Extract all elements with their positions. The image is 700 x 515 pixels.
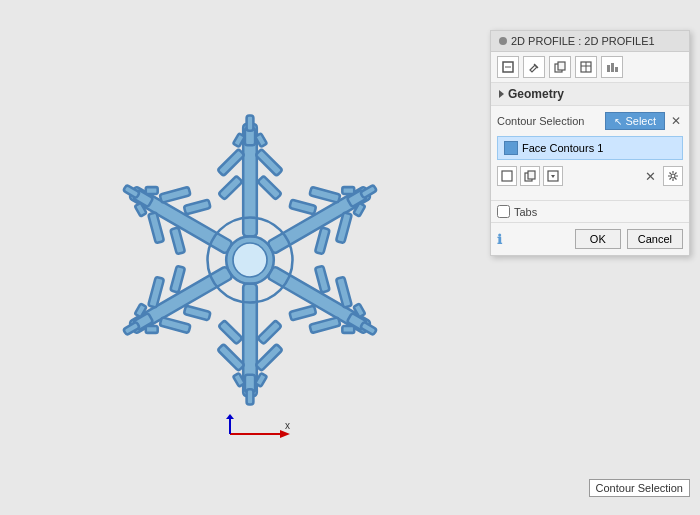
geometry-label: Geometry bbox=[508, 87, 564, 101]
svg-rect-7 bbox=[218, 176, 242, 200]
select-button-label: Select bbox=[625, 115, 656, 127]
status-dot bbox=[499, 37, 507, 45]
panel-header: 2D PROFILE : 2D PROFILE1 bbox=[491, 31, 689, 52]
panel-title: 2D PROFILE : 2D PROFILE1 bbox=[511, 35, 655, 47]
add-item-btn[interactable] bbox=[497, 166, 517, 186]
svg-rect-55 bbox=[146, 187, 158, 194]
toolbar-row bbox=[491, 52, 689, 83]
tooltip-text: Contour Selection bbox=[596, 482, 683, 494]
svg-rect-4 bbox=[247, 116, 254, 131]
svg-rect-34 bbox=[258, 320, 282, 344]
svg-marker-77 bbox=[551, 175, 555, 178]
svg-rect-73 bbox=[502, 171, 512, 181]
contour-selection-tooltip: Contour Selection bbox=[589, 479, 690, 497]
svg-rect-5 bbox=[217, 149, 244, 176]
face-contours-item[interactable]: Face Contours 1 bbox=[497, 136, 683, 160]
svg-rect-45 bbox=[146, 326, 158, 333]
copy-toolbar-btn[interactable] bbox=[549, 56, 571, 78]
svg-rect-35 bbox=[218, 320, 242, 344]
svg-rect-26 bbox=[289, 306, 316, 321]
table-toolbar-btn[interactable] bbox=[575, 56, 597, 78]
coordinate-arrows: x bbox=[220, 414, 290, 457]
svg-rect-52 bbox=[170, 227, 185, 254]
svg-rect-44 bbox=[170, 266, 185, 293]
contour-selection-label: Contour Selection bbox=[497, 115, 601, 127]
svg-marker-58 bbox=[280, 430, 290, 438]
info-icon: ℹ bbox=[497, 232, 569, 247]
svg-rect-14 bbox=[309, 187, 340, 203]
svg-rect-16 bbox=[289, 200, 316, 215]
face-contours-label: Face Contours 1 bbox=[522, 142, 603, 154]
tabs-checkbox-label[interactable]: Tabs bbox=[497, 205, 537, 218]
svg-rect-53 bbox=[184, 200, 211, 215]
svg-marker-61 bbox=[226, 414, 234, 419]
edit-toolbar-btn[interactable] bbox=[523, 56, 545, 78]
snowflake-viewport: .sf-outer { fill: #7bafd4; stroke: #4a80… bbox=[60, 50, 440, 470]
svg-rect-18 bbox=[342, 187, 354, 194]
svg-rect-31 bbox=[247, 389, 254, 404]
item-actions-row: ✕ bbox=[497, 166, 683, 186]
svg-rect-6 bbox=[255, 149, 282, 176]
svg-rect-25 bbox=[315, 266, 330, 293]
delete-item-btn[interactable]: ✕ bbox=[640, 166, 660, 186]
contour-selection-row: Contour Selection ↖ Select ✕ bbox=[497, 112, 683, 130]
geometry-section-header[interactable]: Geometry bbox=[491, 83, 689, 106]
copy-item-btn[interactable] bbox=[520, 166, 540, 186]
svg-text:x: x bbox=[285, 420, 290, 431]
svg-rect-70 bbox=[607, 65, 610, 72]
panel: 2D PROFILE : 2D PROFILE1 Geometry bbox=[490, 30, 690, 256]
face-contours-icon bbox=[504, 141, 518, 155]
svg-rect-43 bbox=[184, 306, 211, 321]
geometry-section-content: Contour Selection ↖ Select ✕ Face Contou… bbox=[491, 106, 689, 200]
svg-rect-24 bbox=[309, 317, 340, 333]
tabs-checkbox[interactable] bbox=[497, 205, 510, 218]
svg-rect-41 bbox=[160, 317, 191, 333]
svg-rect-66 bbox=[558, 62, 565, 70]
sketch-toolbar-btn[interactable] bbox=[497, 56, 519, 78]
ok-button[interactable]: OK bbox=[575, 229, 621, 249]
tabs-row: Tabs bbox=[491, 200, 689, 222]
svg-rect-71 bbox=[611, 63, 614, 72]
snowflake-graphic: .sf-outer { fill: #7bafd4; stroke: #4a80… bbox=[80, 90, 420, 430]
svg-rect-28 bbox=[342, 326, 354, 333]
tabs-label: Tabs bbox=[514, 206, 537, 218]
svg-rect-72 bbox=[615, 67, 618, 72]
svg-rect-75 bbox=[528, 171, 535, 179]
svg-rect-32 bbox=[255, 344, 282, 371]
cancel-button[interactable]: Cancel bbox=[627, 229, 683, 249]
clear-selection-button[interactable]: ✕ bbox=[669, 114, 683, 128]
svg-rect-51 bbox=[160, 187, 191, 203]
svg-rect-8 bbox=[258, 176, 282, 200]
svg-point-78 bbox=[671, 174, 675, 178]
panel-footer: ℹ OK Cancel bbox=[491, 222, 689, 255]
svg-rect-33 bbox=[217, 344, 244, 371]
svg-rect-17 bbox=[315, 227, 330, 254]
expand-icon bbox=[499, 90, 504, 98]
cursor-icon: ↖ bbox=[614, 116, 622, 127]
svg-point-1 bbox=[233, 243, 267, 277]
select-button[interactable]: ↖ Select bbox=[605, 112, 665, 130]
canvas-area: .sf-outer { fill: #7bafd4; stroke: #4a80… bbox=[0, 0, 700, 515]
dropdown-item-btn[interactable] bbox=[543, 166, 563, 186]
chart-toolbar-btn[interactable] bbox=[601, 56, 623, 78]
settings-item-btn[interactable] bbox=[663, 166, 683, 186]
